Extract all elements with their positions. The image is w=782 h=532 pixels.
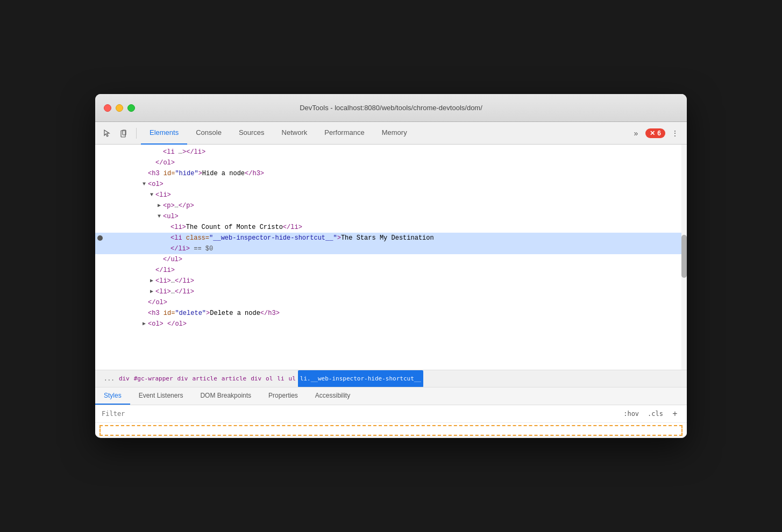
filter-input[interactable] <box>102 410 617 418</box>
dom-line[interactable]: <li> <box>95 190 687 200</box>
indent-spacer <box>95 286 148 297</box>
dom-line[interactable]: </ul> <box>95 254 687 265</box>
tab-performance[interactable]: Performance <box>316 122 373 145</box>
bottom-tab-accessibility[interactable]: Accessibility <box>307 387 359 405</box>
dom-line[interactable]: </ol> <box>95 157 687 168</box>
window-title: DevTools - localhost:8080/web/tools/chro… <box>300 104 482 112</box>
add-style-button[interactable]: + <box>670 408 680 419</box>
titlebar: DevTools - localhost:8080/web/tools/chro… <box>95 94 687 122</box>
breadcrumb-item[interactable]: #gc-wrapper <box>132 370 175 387</box>
more-options-button[interactable]: ⋮ <box>667 126 683 141</box>
dom-node-content: <li>…</li> <box>155 286 194 297</box>
bottom-tab-properties[interactable]: Properties <box>260 387 307 405</box>
bottom-tab-styles[interactable]: Styles <box>95 387 130 405</box>
scrollbar-thumb[interactable] <box>681 235 687 278</box>
breadcrumb-item[interactable]: ol <box>264 370 275 387</box>
breadcrumb-item[interactable]: div <box>248 370 264 387</box>
indent-spacer <box>95 254 155 265</box>
breadcrumb-item[interactable]: ul <box>287 370 298 387</box>
dom-line[interactable]: </ol> <box>95 297 687 308</box>
breadcrumb-bar: ... div#gc-wrapperdivarticlearticledivol… <box>95 370 687 387</box>
devtools-window: DevTools - localhost:8080/web/tools/chro… <box>95 94 687 438</box>
bottom-panel: StylesEvent ListenersDOM BreakpointsProp… <box>95 387 687 436</box>
breadcrumb-item[interactable]: li <box>275 370 286 387</box>
svg-rect-0 <box>121 131 125 137</box>
indent-spacer <box>95 200 155 211</box>
toolbar-right: » ✕ 6 ⋮ <box>628 126 683 141</box>
dom-line[interactable]: </li> <box>95 265 687 276</box>
expand-triangle[interactable] <box>148 190 155 200</box>
minimize-button[interactable] <box>116 104 123 112</box>
expand-triangle[interactable] <box>148 276 155 286</box>
tab-elements[interactable]: Elements <box>141 122 187 145</box>
breadcrumb-item[interactable]: article <box>190 370 219 387</box>
breakpoint-dot <box>97 235 103 241</box>
expand-triangle[interactable] <box>148 286 155 297</box>
dom-node-content: <li class="__web-inspector-hide-shortcut… <box>170 233 434 243</box>
indent-spacer <box>95 297 140 308</box>
breadcrumb-item[interactable]: article <box>219 370 248 387</box>
tab-console[interactable]: Console <box>187 122 230 145</box>
dom-node-content: <li> <box>155 190 171 200</box>
dom-line[interactable]: <h3 id="delete">Delete a node</h3> <box>95 308 687 319</box>
dom-line[interactable]: <li>…</li> <box>95 286 687 297</box>
toolbar: ElementsConsoleSourcesNetworkPerformance… <box>95 122 687 145</box>
dom-node-content: <p>…</p> <box>163 200 194 211</box>
tab-memory[interactable]: Memory <box>373 122 416 145</box>
dom-node-content: </ol> <box>155 157 175 168</box>
dashed-indicator <box>99 425 683 436</box>
indent-spacer <box>95 190 148 200</box>
bottom-tab-dom-breakpoints[interactable]: DOM Breakpoints <box>191 387 260 405</box>
breadcrumb-item[interactable]: div <box>175 370 190 387</box>
dom-line[interactable]: </li> == $0 <box>95 243 687 254</box>
dom-line[interactable]: <li …></li> <box>95 147 687 157</box>
dom-line[interactable]: <ol> </ol> <box>95 319 687 329</box>
tab-bar: ElementsConsoleSourcesNetworkPerformance… <box>141 122 626 145</box>
indent-spacer <box>95 222 163 233</box>
cls-button[interactable]: .cls <box>645 409 665 419</box>
maximize-button[interactable] <box>127 104 135 112</box>
breadcrumb-item[interactable]: li.__web-inspector-hide-shortcut__ <box>298 370 423 387</box>
expand-triangle[interactable] <box>155 211 163 222</box>
tab-network[interactable]: Network <box>273 122 316 145</box>
dom-line[interactable]: <li>The Count of Monte Cristo</li> <box>95 222 687 233</box>
scrollbar-track[interactable] <box>681 145 687 370</box>
cursor-icon <box>103 129 111 138</box>
dom-node-content: </li> <box>155 265 175 276</box>
device-mode-button[interactable] <box>117 126 132 141</box>
error-badge[interactable]: ✕ 6 <box>645 128 665 138</box>
more-tabs-button[interactable]: » <box>628 126 643 141</box>
error-count: 6 <box>657 130 661 137</box>
dom-node-content: <li>The Count of Monte Cristo</li> <box>170 222 302 233</box>
expand-triangle[interactable] <box>140 179 148 190</box>
dom-line[interactable]: <h3 id="hide">Hide a node</h3> <box>95 168 687 179</box>
dom-panel[interactable]: <li …></li> </ol> <h3 id="hide">Hide a n… <box>95 145 687 370</box>
device-icon <box>120 129 129 138</box>
dom-line[interactable]: <ul> <box>95 211 687 222</box>
inspect-element-button[interactable] <box>99 126 115 141</box>
tab-sources[interactable]: Sources <box>230 122 273 145</box>
dom-node-content: <li …></li> <box>163 147 205 157</box>
bottom-tabs: StylesEvent ListenersDOM BreakpointsProp… <box>95 387 687 405</box>
expand-triangle[interactable] <box>155 200 163 211</box>
dom-line[interactable]: <p>…</p> <box>95 200 687 211</box>
dom-node-content: <li>…</li> <box>155 276 194 286</box>
dom-line[interactable]: <ol> <box>95 179 687 190</box>
indent-spacer <box>95 233 163 243</box>
close-button[interactable] <box>104 104 111 112</box>
indent-spacer <box>95 276 148 286</box>
dom-node-content: <ol> </ol> <box>148 319 187 329</box>
indent-spacer <box>95 179 140 190</box>
hov-button[interactable]: :hov <box>621 409 641 419</box>
indent-spacer <box>95 211 155 222</box>
breadcrumb-item[interactable]: div <box>117 370 132 387</box>
toolbar-separator <box>136 128 137 139</box>
bottom-tab-event-listeners[interactable]: Event Listeners <box>130 387 192 405</box>
dom-line[interactable]: <li>…</li> <box>95 276 687 286</box>
indent-spacer <box>95 157 148 168</box>
indent-spacer <box>95 265 148 276</box>
expand-triangle[interactable] <box>140 319 148 329</box>
dom-node-content: <h3 id="delete">Delete a node</h3> <box>148 308 280 319</box>
dom-line[interactable]: <li class="__web-inspector-hide-shortcut… <box>95 233 687 243</box>
indent-spacer <box>95 308 140 319</box>
